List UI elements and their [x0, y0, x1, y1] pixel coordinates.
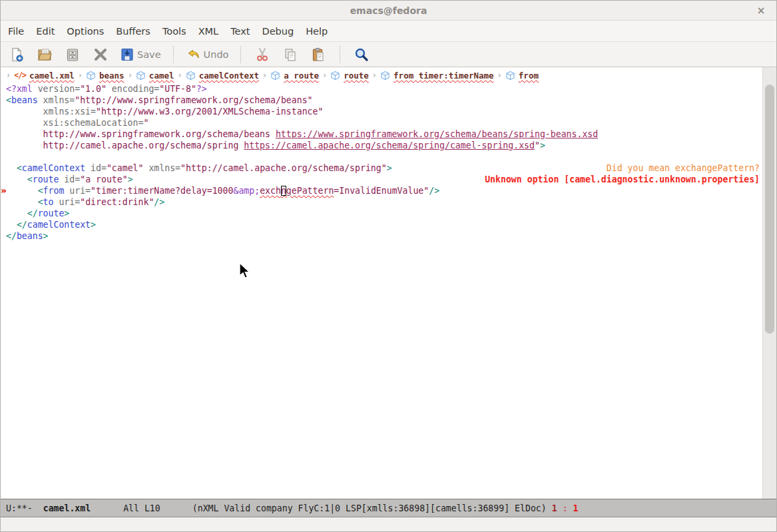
- mode-line: U:**- camel.xml All L10 (nXML Valid comp…: [1, 499, 776, 517]
- breadcrumb-chevron-icon: ›: [6, 71, 11, 80]
- toolbar-separator: [240, 46, 241, 63]
- menu-xml[interactable]: XML: [192, 21, 225, 42]
- toolbar-separator: [340, 46, 340, 63]
- menu-tools[interactable]: Tools: [156, 21, 192, 42]
- file-drawer-icon: [65, 47, 81, 63]
- open-file-button[interactable]: [35, 45, 54, 64]
- breadcrumb-chevron-icon: ›: [178, 71, 182, 80]
- breadcrumb-label: route: [344, 71, 369, 81]
- buffer-pane: ›</>camel.xml›beans›camel›camelContext›a…: [1, 67, 762, 499]
- scissors-icon: [254, 47, 270, 63]
- code-line-4[interactable]: xsi:schemaLocation=": [6, 117, 762, 129]
- modeline-buffer-name: camel.xml: [43, 503, 91, 513]
- fringe: »: [1, 83, 6, 499]
- breadcrumb-item-camel[interactable]: camel: [136, 71, 174, 81]
- cut-button[interactable]: [253, 45, 272, 64]
- menu-buffers[interactable]: Buffers: [110, 21, 156, 42]
- cube-icon: [186, 71, 196, 81]
- text-cursor: n: [281, 186, 286, 196]
- scrollbar-track[interactable]: [762, 67, 776, 499]
- copy-icon: [282, 47, 298, 63]
- undo-icon: [186, 47, 202, 63]
- menu-help[interactable]: Help: [300, 21, 334, 42]
- breadcrumb-item-from-timer-timername[interactable]: from timer:timerName: [380, 71, 494, 81]
- breadcrumb-item-camel-xml[interactable]: </>camel.xml: [14, 71, 75, 81]
- code-line-5[interactable]: http://www.springframework.org/schema/be…: [6, 129, 762, 140]
- menu-options[interactable]: Options: [61, 21, 110, 42]
- code-line-3[interactable]: xmlns:xsi="http://www.w3.org/2001/XMLSch…: [6, 106, 762, 117]
- breadcrumb-chevron-icon: ›: [372, 71, 377, 80]
- code-line-7[interactable]: [6, 151, 762, 162]
- code-line-11[interactable]: <to uri="direct:drink"/>: [6, 196, 762, 208]
- scrollbar-thumb[interactable]: [765, 85, 774, 334]
- breadcrumb-chevron-icon: ›: [128, 71, 132, 80]
- close-buffer-icon: [93, 47, 108, 62]
- breadcrumb-label: camel: [149, 71, 174, 81]
- inline-diagnostic-error: Unknown option [camel.diagnostic.unknown…: [485, 174, 760, 185]
- modeline-error-count: 1: [552, 503, 557, 513]
- breadcrumb-label: beans: [99, 71, 125, 81]
- cube-icon: [270, 71, 280, 81]
- modeline-modes: (nXML Valid company FlyC:1|0 LSP[xmlls:3…: [192, 503, 547, 513]
- new-file-icon: [9, 47, 25, 63]
- save-button[interactable]: Save: [119, 45, 161, 64]
- cube-icon: [505, 71, 515, 81]
- modeline-count-separator: :: [563, 503, 568, 513]
- close-buffer-button[interactable]: [91, 45, 110, 64]
- breadcrumb-label: a route: [284, 71, 319, 81]
- code-line-13[interactable]: </camelContext>: [6, 219, 762, 230]
- copy-button[interactable]: [281, 45, 300, 64]
- paste-button[interactable]: [309, 45, 328, 64]
- code-line-10[interactable]: <from uri="timer:timerName?delay=1000&am…: [6, 185, 762, 196]
- cube-icon: [330, 71, 340, 81]
- code-line-6[interactable]: http://camel.apache.org/schema/spring ht…: [6, 140, 762, 151]
- file-drawer-button[interactable]: [63, 45, 82, 64]
- breadcrumb-item-camelcontext[interactable]: camelContext: [186, 71, 259, 81]
- breadcrumb-item-route[interactable]: route: [330, 71, 369, 81]
- editor[interactable]: » <?xml version="1.0" encoding="UTF-8"?>…: [1, 83, 762, 499]
- breadcrumb: ›</>camel.xml›beans›camel›camelContext›a…: [1, 67, 762, 83]
- cube-icon: [86, 71, 96, 81]
- modeline-position: All L10: [123, 503, 160, 513]
- undo-button[interactable]: Undo: [186, 45, 229, 64]
- echo-area[interactable]: [1, 517, 776, 531]
- breadcrumb-chevron-icon: ›: [78, 71, 83, 80]
- code-line-12[interactable]: </route>: [6, 208, 762, 219]
- breadcrumb-chevron-icon: ›: [322, 71, 327, 80]
- cube-icon: [380, 71, 390, 81]
- toolbar-separator: [173, 46, 174, 63]
- breadcrumb-label: from: [519, 71, 539, 81]
- breadcrumb-chevron-icon: ›: [262, 71, 267, 80]
- breadcrumb-item-a-route[interactable]: a route: [270, 71, 319, 81]
- code-line-2[interactable]: <beans xmlns="http://www.springframework…: [6, 95, 762, 106]
- code-line-1[interactable]: <?xml version="1.0" encoding="UTF-8"?>: [6, 83, 762, 95]
- search-icon: [354, 47, 370, 63]
- close-icon[interactable]: ×: [755, 5, 767, 17]
- open-folder-icon: [37, 47, 53, 63]
- breadcrumb-item-from[interactable]: from: [505, 71, 539, 81]
- code-line-8[interactable]: <camelContext id="camel" xmlns="http://c…: [6, 162, 762, 174]
- new-file-button[interactable]: [7, 45, 26, 64]
- window-titlebar: emacs@fedora ×: [1, 1, 776, 21]
- breadcrumb-label: camel.xml: [29, 71, 75, 81]
- code-line-9[interactable]: <route id="a route">Unknown option [came…: [6, 174, 762, 185]
- menu-debug[interactable]: Debug: [256, 21, 300, 42]
- main-row: ›</>camel.xml›beans›camel›camelContext›a…: [1, 67, 776, 499]
- menu-text[interactable]: Text: [224, 21, 256, 42]
- code-area[interactable]: <?xml version="1.0" encoding="UTF-8"?><b…: [6, 83, 762, 499]
- clipboard-icon: [310, 47, 326, 63]
- menu-edit[interactable]: Edit: [30, 21, 61, 42]
- search-button[interactable]: [352, 45, 371, 64]
- breadcrumb-label: from timer:timerName: [393, 71, 494, 81]
- save-button-label: Save: [137, 49, 161, 60]
- undo-button-label: Undo: [204, 49, 229, 60]
- modeline-state: U:**-: [6, 503, 33, 513]
- window-title: emacs@fedora: [350, 5, 427, 16]
- menu-file[interactable]: File: [2, 21, 30, 42]
- code-line-14[interactable]: </beans>: [6, 230, 762, 242]
- xml-tag-icon: </>: [14, 71, 26, 80]
- breadcrumb-item-beans[interactable]: beans: [86, 71, 125, 81]
- menu-bar: FileEditOptionsBuffersToolsXMLTextDebugH…: [1, 21, 776, 42]
- save-icon: [119, 47, 135, 63]
- breadcrumb-chevron-icon: ›: [497, 71, 502, 80]
